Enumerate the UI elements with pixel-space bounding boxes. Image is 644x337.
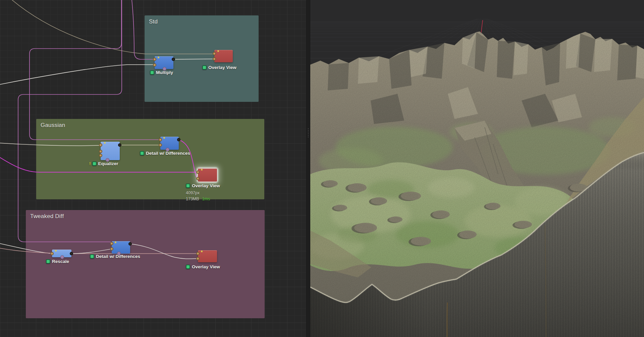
node-label: Overlay View bbox=[192, 264, 220, 269]
node-label: Overlay View bbox=[192, 183, 220, 188]
node-label-row: Detail w/ Differences bbox=[140, 151, 190, 156]
node-label-row: Overlay View bbox=[186, 183, 220, 188]
node-overlay-view-gaussian[interactable] bbox=[198, 168, 217, 182]
status-chip bbox=[150, 70, 154, 75]
status-chip bbox=[186, 184, 190, 188]
input-port[interactable] bbox=[99, 150, 102, 153]
input-port[interactable] bbox=[159, 143, 162, 147]
node-detail-differences-tweaked[interactable] bbox=[112, 241, 130, 254]
node-rescale[interactable] bbox=[52, 250, 71, 257]
stat-resolution: 4097px bbox=[186, 190, 210, 196]
group-title: Gaussian bbox=[41, 122, 65, 129]
node-marker-dot bbox=[115, 242, 116, 243]
status-chip bbox=[186, 265, 190, 269]
node-overlay-view-tweaked[interactable] bbox=[198, 250, 217, 262]
input-port[interactable] bbox=[99, 143, 102, 147]
node-label: Overlay View bbox=[208, 65, 236, 70]
stat-memory: 173MB bbox=[186, 197, 199, 201]
output-port[interactable] bbox=[118, 143, 121, 147]
input-port[interactable] bbox=[196, 171, 200, 174]
output-port[interactable] bbox=[177, 138, 180, 141]
node-overlay-view-std[interactable] bbox=[214, 50, 233, 62]
input-port[interactable] bbox=[196, 177, 200, 180]
status-chip bbox=[90, 254, 94, 259]
input-port[interactable] bbox=[153, 63, 156, 67]
output-port[interactable] bbox=[172, 58, 175, 61]
status-chip bbox=[140, 151, 144, 155]
node-label-row: Detail w/ Differences bbox=[90, 254, 140, 259]
stat-memory-time: 173MB1ms bbox=[186, 196, 210, 202]
node-marker-dot bbox=[201, 169, 203, 171]
node-label-row: Multiply bbox=[150, 70, 173, 75]
group-title: Tweaked Diff bbox=[30, 213, 64, 220]
node-detail-differences-gaussian[interactable] bbox=[160, 137, 179, 150]
node-label-row: Overlay View bbox=[186, 264, 220, 269]
node-marker-dot bbox=[55, 250, 57, 252]
status-chip bbox=[202, 65, 207, 70]
terrain-viewport-3d[interactable] bbox=[310, 0, 644, 337]
node-stats: 4097px 173MB1ms bbox=[186, 190, 210, 202]
input-port[interactable] bbox=[110, 242, 113, 245]
status-chip bbox=[46, 259, 50, 264]
input-port[interactable] bbox=[110, 247, 113, 251]
input-port[interactable] bbox=[213, 57, 216, 61]
node-label: Rescale bbox=[52, 259, 69, 264]
terrain-texture-noise bbox=[310, 30, 644, 337]
node-multiply[interactable] bbox=[155, 56, 173, 69]
node-label: Detail w/ Differences bbox=[96, 254, 140, 259]
mask-port-notch[interactable] bbox=[60, 255, 64, 259]
warning-icon: ! bbox=[89, 161, 91, 166]
node-graph-canvas[interactable]: Std Gaussian Tweaked Diff bbox=[0, 0, 306, 337]
node-label-row: ! Equalizer bbox=[89, 161, 118, 166]
node-group-gaussian[interactable]: Gaussian bbox=[36, 119, 264, 199]
node-marker-dot bbox=[163, 137, 165, 139]
node-label-row: Rescale bbox=[46, 259, 69, 264]
terrain-app-window: Std Gaussian Tweaked Diff bbox=[0, 0, 644, 337]
stat-time: 1ms bbox=[202, 197, 210, 201]
output-port[interactable] bbox=[128, 242, 132, 246]
input-port[interactable] bbox=[153, 58, 156, 61]
node-label: Detail w/ Differences bbox=[146, 151, 190, 156]
status-chip bbox=[92, 161, 97, 166]
input-port[interactable] bbox=[196, 252, 200, 255]
terrain-render bbox=[310, 0, 644, 337]
input-port[interactable] bbox=[50, 252, 54, 255]
input-port[interactable] bbox=[196, 257, 200, 260]
node-marker-dot bbox=[104, 142, 106, 144]
node-equalizer[interactable] bbox=[101, 142, 120, 160]
input-port[interactable] bbox=[159, 138, 162, 141]
node-group-tweaked-diff[interactable]: Tweaked Diff bbox=[26, 210, 265, 318]
node-marker-dot bbox=[201, 251, 203, 252]
panel-splitter[interactable] bbox=[306, 0, 310, 337]
output-port[interactable] bbox=[70, 252, 73, 255]
input-port[interactable] bbox=[99, 154, 102, 157]
input-port[interactable] bbox=[213, 52, 216, 55]
node-marker-dot bbox=[158, 57, 159, 58]
node-marker-dot bbox=[217, 50, 219, 52]
node-label: Multiply bbox=[156, 70, 173, 75]
node-label: Equalizer bbox=[98, 161, 118, 166]
node-label-row: Overlay View bbox=[202, 65, 236, 70]
splitter-grip-icon[interactable] bbox=[308, 128, 309, 137]
group-title: Std bbox=[149, 18, 158, 25]
